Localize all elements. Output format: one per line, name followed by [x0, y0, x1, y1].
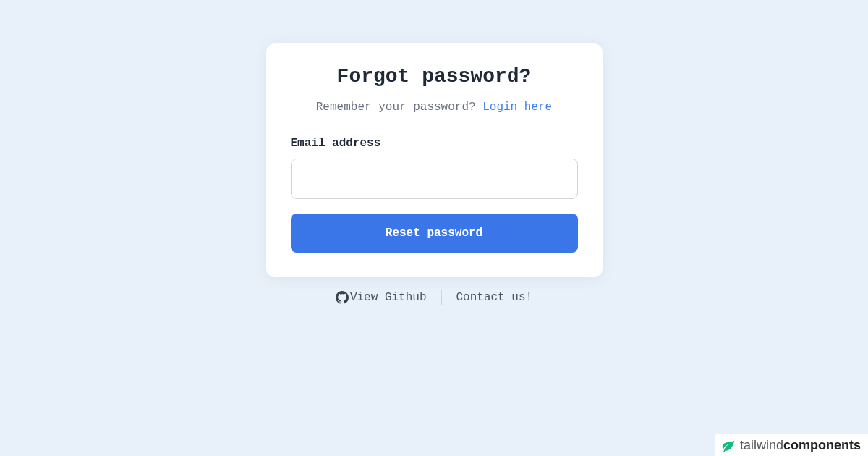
forgot-password-card: Forgot password? Remember your password?…: [266, 43, 603, 277]
email-input[interactable]: [291, 159, 578, 199]
github-icon: [336, 291, 349, 304]
view-github-link[interactable]: View Github: [334, 291, 428, 304]
brand-badge[interactable]: tailwindcomponents: [715, 434, 868, 456]
page-container: Forgot password? Remember your password?…: [0, 0, 868, 305]
card-title: Forgot password?: [291, 65, 578, 88]
subtitle-row: Remember your password? Login here: [291, 101, 578, 114]
footer-links: View Github Contact us!: [334, 290, 534, 305]
leaf-icon: [721, 439, 736, 453]
brand-text: tailwindcomponents: [740, 438, 861, 453]
footer-divider: [441, 290, 442, 305]
email-label: Email address: [291, 137, 578, 150]
reset-password-button[interactable]: Reset password: [291, 214, 578, 253]
github-link-text: View Github: [350, 291, 427, 304]
login-link[interactable]: Login here: [482, 101, 552, 114]
brand-text-bold: components: [783, 438, 861, 452]
brand-text-light: tailwind: [740, 438, 783, 452]
contact-us-link[interactable]: Contact us!: [455, 291, 535, 304]
contact-link-text: Contact us!: [456, 291, 533, 304]
subtitle-text: Remember your password?: [316, 101, 482, 114]
email-form-group: Email address: [291, 137, 578, 199]
